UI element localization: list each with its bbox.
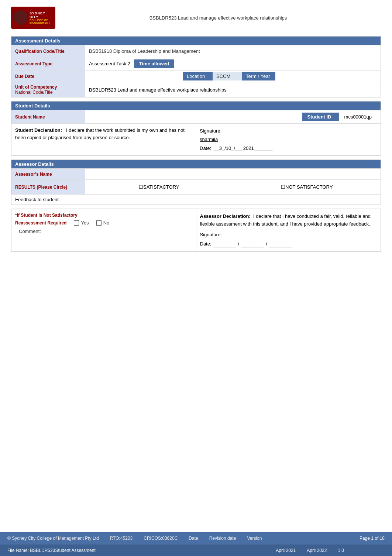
term-year-value bbox=[275, 75, 381, 78]
page-wrapper: SYDNEY CITY COLLEGE OF MANAGEMENT BSBLDR… bbox=[0, 0, 392, 556]
no-checkbox[interactable]: No bbox=[96, 220, 110, 226]
assessor-date-label: Date: bbox=[200, 240, 212, 248]
student-details-header: Student Details bbox=[11, 102, 381, 110]
not-sat-row: *If Student is Not Satisfactory Reassess… bbox=[11, 209, 381, 251]
results-not-satisfactory: ☐NOT SATISFACTORY bbox=[233, 180, 381, 194]
results-label: RESULTS (Please Circle) bbox=[11, 180, 85, 194]
student-details-section: Student Details Student Name Student ID … bbox=[11, 101, 381, 156]
assessment-type-row: Assessment Type Assessment Task 2 Time a… bbox=[11, 57, 381, 70]
no-checkbox-square bbox=[96, 220, 102, 226]
yes-checkbox-square bbox=[74, 220, 79, 226]
yes-label: Yes bbox=[81, 220, 89, 226]
time-allowed-box: Time allowed bbox=[134, 59, 174, 68]
feedback-row: Feedback to student: bbox=[11, 194, 381, 205]
assessor-date-line: Date: / / bbox=[200, 240, 377, 248]
qualification-value: BSB51918 Diploma of Leadership and Manag… bbox=[85, 45, 381, 57]
footer-date-value: April 2021 bbox=[276, 548, 296, 553]
assessor-signature-block: Signature: Date: / / bbox=[200, 231, 377, 248]
location-label: Location bbox=[183, 72, 213, 80]
due-date-row: Due Date Location SCCM Term / Year bbox=[11, 70, 381, 82]
assessor-name-value bbox=[85, 169, 381, 179]
footer-revision-value: April 2022 bbox=[307, 548, 327, 553]
student-name-row: Student Name Student ID mcs00001qp bbox=[11, 110, 381, 123]
results-satisfactory: ☐SATISFACTORY bbox=[85, 180, 233, 194]
due-date-label: Due Date bbox=[11, 71, 85, 82]
footer-bottom: File Name: BSBLDR523Student Assessment A… bbox=[0, 545, 392, 556]
national-code-label: National Code/Title bbox=[15, 90, 82, 95]
competency-label-block: Unit of Competency National Code/Title bbox=[11, 82, 85, 97]
footer-copyright: © Sydney City College of Management Pty … bbox=[7, 536, 99, 541]
assessor-name-row: Assessor's Name bbox=[11, 168, 381, 179]
assessor-details-header: Assessor Details bbox=[11, 160, 381, 168]
declaration-label: Student Declaration: bbox=[15, 127, 62, 133]
signature-label: Signature: sharmila bbox=[200, 127, 377, 144]
assessor-sig-field bbox=[224, 231, 290, 238]
national-code-value: BSBLDR523 Lead and manage effective work… bbox=[85, 82, 381, 97]
assessor-details-section: Assessor Details Assessor's Name RESULTS… bbox=[11, 159, 381, 205]
student-id-label: Student ID bbox=[302, 113, 339, 121]
term-year-label: Term / Year bbox=[242, 72, 275, 80]
footer-revision-col: Revision date bbox=[209, 536, 236, 541]
footer-filename: File Name: BSBLDR523Student Assessment bbox=[7, 548, 96, 553]
footer-date-col: Date bbox=[189, 536, 198, 541]
logo-line1: SYDNEY CITY bbox=[30, 11, 55, 19]
no-label: No bbox=[103, 220, 110, 226]
declaration-left: Student Declaration: I declare that the … bbox=[15, 127, 192, 152]
date-value: __3_/10_/___2021_______ bbox=[214, 145, 272, 151]
assessment-details-header: Assessment Details bbox=[11, 37, 381, 45]
assessor-sig-line: Signature: bbox=[200, 231, 377, 239]
yes-checkbox[interactable]: Yes bbox=[74, 220, 89, 226]
comment-row: Comment: bbox=[15, 226, 192, 237]
assessor-date-field1 bbox=[214, 241, 236, 247]
assessor-decl-title: Assessor Declaration: I declare that I h… bbox=[200, 213, 377, 228]
page-number: Page 1 of 18 bbox=[360, 536, 385, 541]
signature-value: sharmila bbox=[200, 137, 218, 142]
student-name-value: Student ID mcs00001qp bbox=[85, 110, 381, 123]
competency-row: Unit of Competency National Code/Title B… bbox=[11, 82, 381, 97]
not-sat-right: Assessor Declaration: I declare that I h… bbox=[196, 209, 381, 251]
not-sat-reassess: Reassessment Required Yes No bbox=[15, 220, 192, 226]
due-date-value: Location SCCM Term / Year bbox=[85, 71, 381, 82]
not-satisfactory-section: *If Student is Not Satisfactory Reassess… bbox=[11, 209, 381, 252]
assessor-sig-label: Signature: bbox=[200, 231, 222, 239]
student-id-value: mcs00001qp bbox=[339, 113, 377, 121]
footer-top: © Sydney City College of Management Pty … bbox=[0, 532, 392, 545]
results-row: RESULTS (Please Circle) ☐SATISFACTORY ☐N… bbox=[11, 179, 381, 194]
assessor-name-label: Assessor's Name bbox=[11, 169, 85, 179]
comment-label: Comment: bbox=[19, 229, 41, 234]
unit-label: Unit of Competency bbox=[15, 85, 82, 90]
date-field: Date: __3_/10_/___2021_______ bbox=[200, 144, 377, 152]
feedback-label: Feedback to student: bbox=[15, 197, 60, 202]
footer-cricos: CRICOS:03620C bbox=[144, 536, 178, 541]
not-sat-label: *If Student is Not Satisfactory bbox=[15, 213, 192, 218]
not-sat-left: *If Student is Not Satisfactory Reassess… bbox=[11, 209, 196, 251]
student-name-label: Student Name bbox=[11, 110, 85, 123]
logo-line2: COLLEGE OF MANAGEMENT bbox=[30, 19, 55, 24]
footer: © Sydney City College of Management Pty … bbox=[0, 532, 392, 556]
assessment-type-value: Assessment Task 2 Time allowed bbox=[85, 57, 381, 70]
declaration-row: Student Declaration: I declare that the … bbox=[11, 123, 381, 155]
qualification-label: Qualification Code/Title bbox=[11, 45, 85, 57]
header-doc-title: BSBLDR523 Lead and manage effective work… bbox=[55, 15, 381, 21]
footer-version-value: 1.0 bbox=[338, 548, 344, 553]
footer-version-col: Version bbox=[247, 536, 262, 541]
qualification-row: Qualification Code/Title BSB51918 Diplom… bbox=[11, 45, 381, 57]
assessor-date-field2 bbox=[241, 241, 264, 247]
header: SYDNEY CITY COLLEGE OF MANAGEMENT BSBLDR… bbox=[0, 0, 392, 32]
declaration-right: Signature: sharmila Date: __3_/10_/___20… bbox=[192, 127, 377, 152]
logo: SYDNEY CITY COLLEGE OF MANAGEMENT bbox=[11, 7, 55, 29]
reassessment-label: Reassessment Required bbox=[15, 220, 66, 226]
footer-rto: RTO:45203 bbox=[110, 536, 133, 541]
assessment-type-label: Assessment Type bbox=[11, 57, 85, 70]
assessor-date-field3 bbox=[269, 241, 292, 247]
assessment-type-text: Assessment Task 2 bbox=[89, 61, 130, 66]
location-value: SCCM bbox=[213, 72, 242, 80]
assessment-details-section: Assessment Details Qualification Code/Ti… bbox=[11, 36, 381, 97]
